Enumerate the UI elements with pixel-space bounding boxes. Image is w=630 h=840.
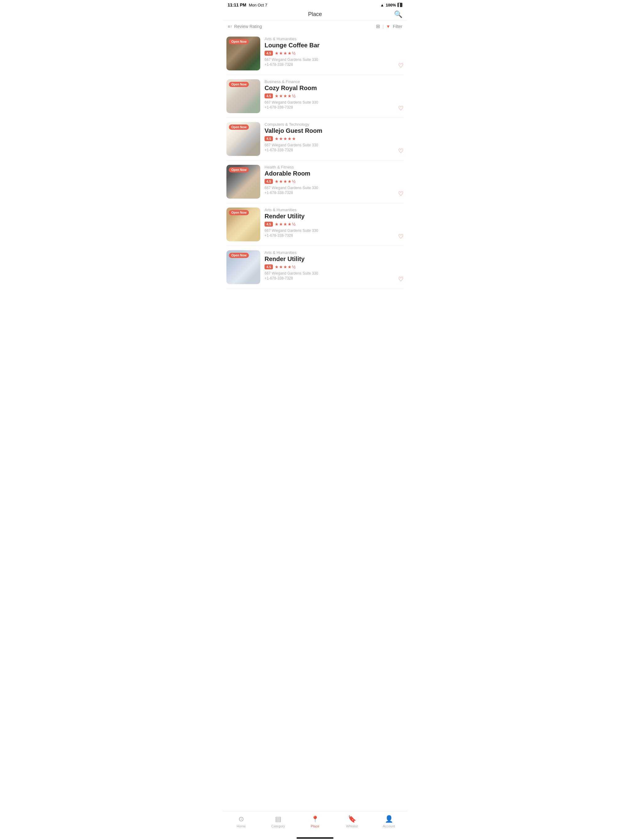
list-item[interactable]: Open Now Arts & Humanities Render Utilit…: [226, 203, 404, 246]
page-header: Place 🔍: [223, 9, 407, 20]
sort-control[interactable]: ≡↑ Review Rating: [228, 24, 262, 29]
listing-name: Adorable Room: [264, 170, 404, 177]
wishlist-nav-label: Whislist: [346, 824, 358, 828]
view-filter-controls: ⊞ | ▼ Filter: [376, 24, 402, 29]
grid-view-icon[interactable]: ⊞: [376, 24, 380, 29]
favorite-icon[interactable]: ♡: [398, 275, 404, 283]
list-item[interactable]: Open Now Arts & Humanities Lounge Coffee…: [226, 32, 404, 75]
signal-strength: 100%: [386, 3, 396, 7]
status-date: Mon Oct 7: [249, 3, 268, 7]
listing-thumbnail: Open Now: [226, 165, 260, 199]
rating-badge: 4.5: [264, 222, 273, 227]
stars: ★★★★½: [275, 264, 296, 269]
filter-icon[interactable]: ▼: [386, 24, 390, 29]
stars: ★★★★½: [275, 179, 296, 184]
nav-item-account[interactable]: 👤Account: [380, 815, 398, 828]
battery-icon: ▌: [397, 3, 402, 7]
rating-row: 4.5 ★★★★½: [264, 179, 404, 184]
filter-label[interactable]: Filter: [393, 24, 402, 29]
open-badge: Open Now: [229, 210, 249, 215]
listing-name: Lounge Coffee Bar: [264, 42, 404, 49]
page-title: Place: [308, 11, 322, 17]
account-nav-label: Account: [383, 824, 395, 828]
listing-category: Arts & Humanities: [264, 250, 404, 255]
open-badge: Open Now: [229, 39, 249, 44]
nav-item-home[interactable]: ⊙Home: [232, 815, 250, 828]
listing-phone: +1-678-338-7328: [264, 148, 404, 152]
sort-icon: ≡↑: [228, 24, 232, 29]
home-indicator-bar: [296, 837, 334, 839]
place-nav-icon: 📍: [311, 815, 319, 823]
listing-phone: +1-678-338-7328: [264, 234, 404, 238]
listing-thumbnail: Open Now: [226, 208, 260, 242]
listing-address: 667 Wiegand Gardens Suite 330: [264, 57, 404, 62]
open-badge: Open Now: [229, 253, 249, 258]
listing-info: Health & Fitness Adorable Room 4.5 ★★★★½…: [264, 165, 404, 195]
rating-row: 4.5 ★★★★★: [264, 136, 404, 141]
listing-info: Computers & Technology Vallejo Guest Roo…: [264, 122, 404, 152]
stars: ★★★★½: [275, 222, 296, 227]
open-badge: Open Now: [229, 167, 249, 172]
bottom-navigation: ⊙Home▤Category📍Place🔖Whislist👤Account: [223, 811, 407, 835]
rating-badge: 4.5: [264, 136, 273, 141]
listing-phone: +1-678-338-7328: [264, 105, 404, 109]
listing-category: Business & Finance: [264, 79, 404, 84]
favorite-icon[interactable]: ♡: [398, 104, 404, 112]
favorite-icon[interactable]: ♡: [398, 190, 404, 197]
listing-info: Arts & Humanities Render Utility 4.5 ★★★…: [264, 250, 404, 280]
listing-category: Arts & Humanities: [264, 208, 404, 212]
rating-row: 4.5 ★★★★½: [264, 93, 404, 98]
list-item[interactable]: Open Now Business & Finance Cozy Royal R…: [226, 75, 404, 118]
favorite-icon[interactable]: ♡: [398, 233, 404, 240]
listing-info: Arts & Humanities Render Utility 4.5 ★★★…: [264, 208, 404, 238]
list-item[interactable]: Open Now Health & Fitness Adorable Room …: [226, 161, 404, 203]
sort-filter-bar: ≡↑ Review Rating ⊞ | ▼ Filter: [223, 20, 407, 32]
status-bar: 11:11 PM Mon Oct 7 ▲ 100% ▌: [223, 0, 407, 9]
nav-item-category[interactable]: ▤Category: [269, 815, 287, 828]
favorite-icon[interactable]: ♡: [398, 147, 404, 155]
listing-name: Render Utility: [264, 256, 404, 262]
listing-thumbnail: Open Now: [226, 250, 260, 284]
home-nav-label: Home: [237, 824, 245, 828]
listing-address: 667 Wiegand Gardens Suite 330: [264, 100, 404, 104]
listing-address: 667 Wiegand Gardens Suite 330: [264, 229, 404, 233]
listing-phone: +1-678-338-7328: [264, 276, 404, 280]
listing-phone: +1-678-338-7328: [264, 191, 404, 195]
favorite-icon[interactable]: ♡: [398, 62, 404, 69]
open-badge: Open Now: [229, 82, 249, 87]
nav-item-place[interactable]: 📍Place: [306, 815, 324, 828]
category-nav-icon: ▤: [275, 815, 282, 823]
sort-label: Review Rating: [234, 24, 262, 29]
list-item[interactable]: Open Now Computers & Technology Vallejo …: [226, 118, 404, 161]
rating-badge: 4.5: [264, 264, 273, 269]
place-nav-label: Place: [311, 824, 319, 828]
listing-name: Cozy Royal Room: [264, 85, 404, 92]
status-time: 11:11 PM: [228, 2, 246, 7]
listing-thumbnail: Open Now: [226, 122, 260, 156]
rating-row: 4.5 ★★★★½: [264, 222, 404, 227]
rating-badge: 4.5: [264, 179, 273, 184]
nav-item-wishlist[interactable]: 🔖Whislist: [343, 815, 361, 828]
rating-badge: 4.5: [264, 51, 273, 56]
home-nav-icon: ⊙: [238, 815, 244, 823]
open-badge: Open Now: [229, 125, 249, 130]
account-nav-icon: 👤: [385, 815, 393, 823]
stars: ★★★★★: [275, 136, 296, 141]
listing-address: 667 Wiegand Gardens Suite 330: [264, 143, 404, 147]
listing-thumbnail: Open Now: [226, 36, 260, 70]
listing-address: 667 Wiegand Gardens Suite 330: [264, 271, 404, 275]
listing-category: Arts & Humanities: [264, 36, 404, 41]
listing-name: Render Utility: [264, 213, 404, 220]
listing-category: Health & Fitness: [264, 165, 404, 169]
category-nav-label: Category: [271, 824, 285, 828]
stars: ★★★★½: [275, 51, 296, 56]
status-icons: ▲ 100% ▌: [380, 3, 402, 7]
listing-name: Vallejo Guest Room: [264, 127, 404, 134]
wishlist-nav-icon: 🔖: [348, 815, 356, 823]
list-item[interactable]: Open Now Arts & Humanities Render Utilit…: [226, 246, 404, 289]
listing-category: Computers & Technology: [264, 122, 404, 127]
search-icon[interactable]: 🔍: [394, 11, 402, 19]
listing-thumbnail: Open Now: [226, 79, 260, 113]
listing-phone: +1-678-338-7328: [264, 62, 404, 67]
rating-row: 4.5 ★★★★½: [264, 51, 404, 56]
